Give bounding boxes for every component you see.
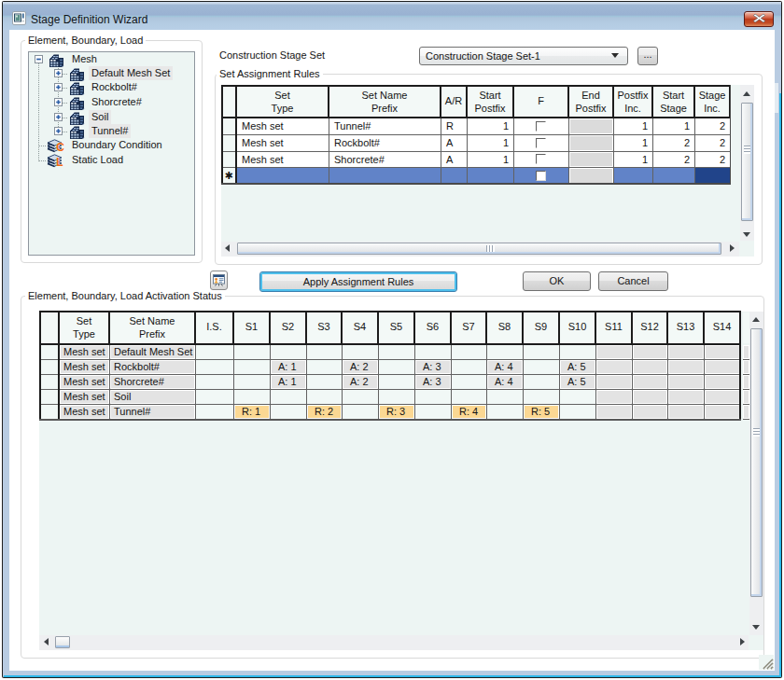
svg-text:C: C	[56, 141, 64, 154]
svg-text:L: L	[56, 156, 63, 169]
